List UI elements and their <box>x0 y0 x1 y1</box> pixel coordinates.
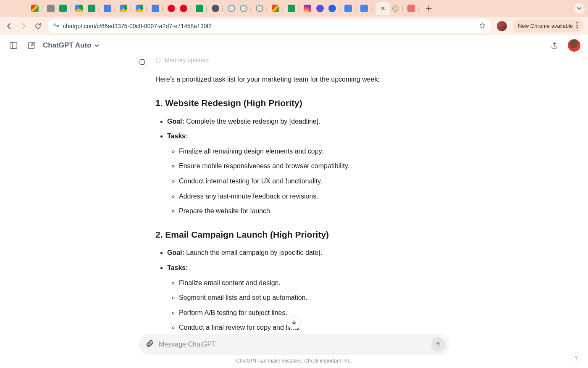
sidebar-toggle-icon[interactable] <box>8 40 19 51</box>
site-settings-icon[interactable] <box>53 22 60 30</box>
send-button[interactable] <box>431 337 445 352</box>
tab-purple[interactable]: · <box>316 5 326 12</box>
section-2-tasks: Tasks: Finalize email content and design… <box>167 262 380 331</box>
svg-rect-5 <box>10 42 17 49</box>
url-text: chatgpt.com/c/66ed3375-00c0-8007-a2d7-e7… <box>63 23 212 29</box>
tab-sheets[interactable]: ⋮ <box>59 5 73 12</box>
task-item: Conduct internal testing for UX and func… <box>179 176 380 187</box>
user-avatar[interactable] <box>568 39 580 52</box>
tab-blue[interactable]: ⋮ <box>328 5 342 12</box>
svg-rect-0 <box>54 24 56 25</box>
footer-disclaimer: ChatGPT can make mistakes. Check importa… <box>0 358 588 368</box>
tab-pinterest-2[interactable]: ⋮ <box>180 5 193 12</box>
intro-text: Here's a prioritized task list for your … <box>155 74 380 85</box>
section-2-heading: 2. Email Campaign Launch (High Priority) <box>155 228 380 242</box>
model-name: ChatGPT Auto <box>43 41 92 50</box>
chevron-down-icon <box>94 43 100 48</box>
input-area <box>0 331 588 358</box>
tab-gmail-2[interactable]: ⋮ <box>272 5 285 12</box>
conversation-content: Memory updated Here's a prioritized task… <box>0 56 588 331</box>
svg-point-3 <box>576 24 578 26</box>
help-button[interactable]: ? <box>571 353 581 363</box>
tab-doc[interactable]: ⋮ <box>104 5 117 12</box>
model-selector[interactable]: ChatGPT Auto <box>43 41 100 50</box>
share-icon[interactable] <box>549 40 560 51</box>
browser-tab-strip: ⋮ · ⋮ · ⋮ ⋮ ⋮ ⋮ ⋮ · ⋮ ⋮ ⋮ · ⋮ ⋮ ⋮ ⋮ · · … <box>0 0 588 17</box>
tab-active-chatgpt[interactable]: ✕ <box>376 2 390 15</box>
tab-doc-4[interactable]: ⋮ <box>360 5 374 12</box>
message-input[interactable] <box>159 341 426 348</box>
tab-sheets-2[interactable]: ⋮ <box>88 5 101 12</box>
task-item: Segment email lists and set up automatio… <box>179 292 380 303</box>
memory-label: Memory updated <box>165 56 209 65</box>
reload-button[interactable] <box>34 22 42 30</box>
app-header: ChatGPT Auto <box>0 35 588 56</box>
tab-globe[interactable]: · <box>47 5 57 12</box>
assistant-avatar-icon <box>137 56 150 69</box>
tab-c1[interactable]: · <box>228 5 237 12</box>
section-2-goal: Goal: Launch the email campaign by [spec… <box>167 247 380 258</box>
assistant-message: Memory updated Here's a prioritized task… <box>155 56 380 331</box>
message-input-bar[interactable] <box>139 334 449 355</box>
tab-drive-2[interactable]: ⋮ <box>120 5 133 12</box>
scroll-down-button[interactable] <box>287 316 301 329</box>
section-1-heading: 1. Website Redesign (High Priority) <box>155 96 380 110</box>
tab-drive-3[interactable]: ⋮ <box>136 5 149 12</box>
tab-doc-2[interactable]: ⋮ <box>152 5 165 12</box>
task-item: Finalize all remaining design elements a… <box>179 146 380 157</box>
task-item: Conduct a final review for copy and link… <box>179 322 380 331</box>
task-item: Perform A/B testing for subject lines. <box>179 307 380 318</box>
back-button[interactable] <box>5 22 13 30</box>
address-bar-row: chatgpt.com/c/66ed3375-00c0-8007-a2d7-e7… <box>0 17 588 35</box>
tab-profile[interactable]: ⋮ <box>212 5 225 12</box>
tab-gmail[interactable]: ⋮ <box>31 5 45 12</box>
task-item: Prepare the website for launch. <box>179 206 380 217</box>
new-chat-icon[interactable] <box>25 40 37 51</box>
memory-icon <box>155 57 161 63</box>
section-1-goal: Goal: Complete the website redesign by [… <box>167 116 380 127</box>
task-item: Address any last-minute feedback or revi… <box>179 191 380 202</box>
bookmark-star-icon[interactable] <box>479 22 486 30</box>
svg-rect-7 <box>28 42 34 48</box>
task-item: Ensure mobile responsiveness and browser… <box>179 161 380 172</box>
tab-sheets-4[interactable]: ⋮ <box>288 5 301 12</box>
tab-pinterest[interactable]: · <box>168 5 177 12</box>
chrome-menu-icon[interactable] <box>576 22 578 30</box>
tab-c3[interactable]: ⋮ <box>256 5 269 12</box>
memory-updated-pill: Memory updated <box>155 56 209 65</box>
chrome-update-label: New Chrome available <box>518 23 573 29</box>
new-tab-button[interactable] <box>423 3 434 14</box>
svg-rect-1 <box>57 25 59 26</box>
chrome-profile-avatar[interactable] <box>497 21 507 31</box>
section-1-tasks: Tasks: Finalize all remaining design ele… <box>167 131 380 217</box>
tab-sheets-3[interactable]: ⋮ <box>196 5 209 12</box>
close-tab-icon[interactable]: ✕ <box>381 5 386 12</box>
tab-instagram[interactable]: · <box>304 5 313 12</box>
tab-c2[interactable]: ⋮ <box>240 5 253 12</box>
address-bar[interactable]: chatgpt.com/c/66ed3375-00c0-8007-a2d7-e7… <box>48 19 491 33</box>
svg-point-4 <box>576 27 578 28</box>
tab-doc-3[interactable]: ⋮ <box>344 5 358 12</box>
tab-menu-button[interactable] <box>574 3 585 14</box>
tab-loom[interactable]: ⋮ <box>407 5 421 12</box>
tab-drive[interactable]: · <box>75 5 85 12</box>
tab-chatgpt-2[interactable]: ⋮ <box>392 5 405 12</box>
attachment-icon[interactable] <box>145 339 154 349</box>
task-item: Finalize email content and design. <box>179 278 380 289</box>
forward-button[interactable] <box>19 22 28 30</box>
svg-point-2 <box>576 22 578 23</box>
chrome-update-pill[interactable]: New Chrome available <box>513 19 583 32</box>
